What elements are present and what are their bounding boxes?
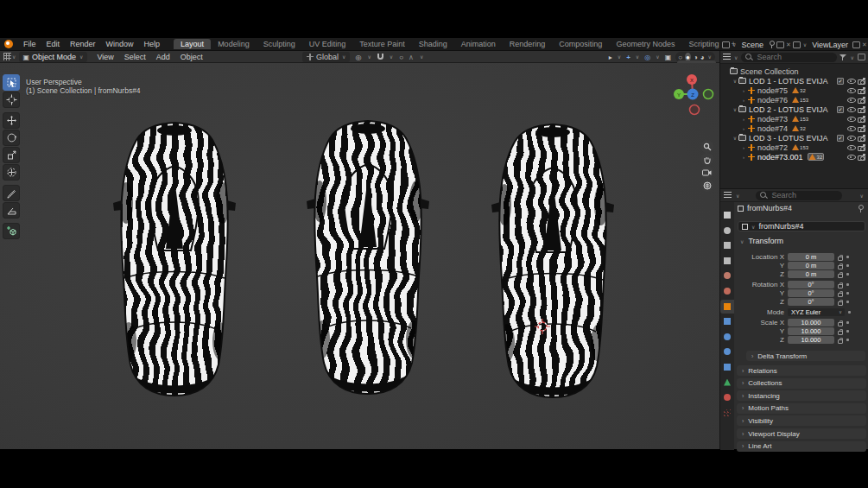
menu-edit[interactable]: Edit: [41, 40, 66, 48]
transform-value-field[interactable]: 0 m: [788, 270, 834, 278]
outliner-expand-icon[interactable]: ›: [740, 145, 747, 150]
show-gizmo-icon[interactable]: [626, 53, 630, 61]
overlays-chevron-icon[interactable]: ∨: [656, 54, 659, 60]
animate-property-dot[interactable]: [846, 330, 849, 333]
transform-value-field[interactable]: 0°: [788, 281, 834, 288]
new-viewlayer-button[interactable]: [852, 41, 860, 48]
material-preview-icon[interactable]: [694, 53, 698, 61]
hide-in-viewport-icon[interactable]: [846, 115, 855, 124]
animate-property-dot[interactable]: [846, 321, 849, 324]
outliner-expand-icon[interactable]: ›: [740, 155, 747, 160]
outliner-row[interactable]: ›node#7532: [720, 86, 868, 95]
constraints-tab[interactable]: [720, 360, 734, 374]
output-tab[interactable]: [720, 238, 734, 252]
outliner-row[interactable]: ›node#73.00132: [720, 152, 868, 162]
rotate-tool[interactable]: [3, 130, 20, 146]
rendered-shading-icon[interactable]: [700, 53, 705, 61]
animate-property-dot[interactable]: [846, 339, 849, 341]
outliner-row[interactable]: ∨LOD 3 - LOTUS EVIJA: [720, 133, 868, 143]
modifiers-tab[interactable]: [720, 314, 734, 328]
lock-icon[interactable]: [838, 293, 843, 297]
tool-tab[interactable]: [720, 208, 734, 222]
transform-value-field[interactable]: 0 m: [788, 262, 834, 269]
object-tab[interactable]: [720, 300, 734, 314]
viewlayer-chevron-icon[interactable]: ∨: [803, 41, 807, 48]
hide-in-viewport-icon[interactable]: [846, 143, 855, 152]
orientation-dropdown[interactable]: Global ∨: [302, 52, 350, 62]
properties-editor-type-icon[interactable]: [724, 192, 732, 200]
properties-search-input[interactable]: Search: [756, 191, 842, 200]
disable-in-render-icon[interactable]: [858, 136, 865, 142]
disable-in-render-icon[interactable]: [858, 79, 865, 85]
hide-in-viewport-icon[interactable]: [846, 86, 855, 95]
outliner-row[interactable]: ›node#7432: [720, 124, 868, 133]
move-tool[interactable]: [3, 112, 20, 129]
hide-in-viewport-icon[interactable]: [846, 153, 855, 162]
disable-in-render-icon[interactable]: [858, 155, 865, 161]
camera-view-button[interactable]: [700, 166, 713, 179]
hide-in-viewport-icon[interactable]: [846, 105, 855, 114]
pin-id-icon[interactable]: [857, 205, 864, 212]
blender-logo-icon[interactable]: [4, 40, 13, 48]
car-object-3[interactable]: [462, 101, 643, 421]
exclude-checkbox[interactable]: [837, 78, 844, 85]
scale-tool[interactable]: [3, 147, 20, 163]
transform-value-field[interactable]: 0°: [788, 289, 834, 297]
perspective-toggle-button[interactable]: [700, 179, 713, 192]
transform-value-field[interactable]: 10.000: [788, 336, 834, 344]
panel-delta-transform[interactable]: ›Delta Transform: [746, 351, 865, 361]
workspace-tab-geometry-nodes[interactable]: Geometry Nodes: [609, 39, 681, 49]
outliner-filter-icon[interactable]: [839, 54, 847, 61]
wireframe-shading-icon[interactable]: [678, 53, 682, 61]
workspace-tab-shading[interactable]: Shading: [412, 39, 454, 49]
shading-chevron-icon[interactable]: ∨: [708, 54, 712, 60]
toggle-xray-icon[interactable]: [665, 53, 672, 61]
car-object-1[interactable]: [84, 99, 265, 419]
outliner-search-input[interactable]: Search: [741, 53, 836, 62]
new-collection-icon[interactable]: [858, 54, 865, 60]
scene-tab[interactable]: [720, 269, 734, 282]
outliner-expand-icon[interactable]: ›: [740, 117, 747, 122]
object-data-tab[interactable]: [720, 376, 734, 390]
panel-relations[interactable]: ›Relations: [737, 365, 866, 376]
panel-motion-paths[interactable]: ›Motion Paths: [737, 403, 866, 414]
outliner-expand-icon[interactable]: ∨: [732, 135, 738, 141]
disable-in-render-icon[interactable]: [858, 127, 865, 132]
hide-in-viewport-icon[interactable]: [846, 96, 855, 105]
transform-tool[interactable]: [3, 164, 20, 181]
panel-line-art[interactable]: ›Line Art: [737, 441, 866, 452]
animate-property-dot[interactable]: [846, 264, 849, 267]
gizmo-chevron-icon[interactable]: ∨: [636, 54, 639, 60]
lock-icon[interactable]: [838, 331, 843, 335]
viewport-menu-select[interactable]: Select: [119, 53, 151, 61]
lock-icon[interactable]: [838, 257, 843, 261]
filter-chevron-icon[interactable]: ∨: [851, 54, 854, 60]
texture-tab[interactable]: [720, 406, 734, 420]
animate-property-dot[interactable]: [846, 292, 849, 295]
animate-property-dot[interactable]: [846, 301, 849, 303]
scene-browse-chevron-icon[interactable]: ∨: [732, 41, 736, 48]
select-box-tool[interactable]: [3, 74, 20, 91]
exclude-checkbox[interactable]: [837, 106, 844, 113]
menu-help[interactable]: Help: [139, 40, 166, 48]
show-overlays-icon[interactable]: [644, 53, 650, 61]
object-type-visibility-icon[interactable]: [609, 53, 612, 61]
mode-dropdown[interactable]: Object Mode ∨: [19, 52, 87, 62]
scene-icon[interactable]: [722, 41, 730, 48]
viewport-3d[interactable]: X Y Z User Perspective (1) Scene Collect…: [0, 63, 719, 449]
hide-in-viewport-icon[interactable]: [846, 124, 855, 133]
view-layer-tab[interactable]: [720, 254, 734, 268]
add-cube-tool[interactable]: [3, 223, 20, 239]
lock-icon[interactable]: [838, 265, 843, 269]
measure-tool[interactable]: [3, 202, 20, 219]
transform-value-field[interactable]: 10.000: [788, 327, 834, 335]
render-tab[interactable]: [720, 224, 734, 238]
outliner-display-mode-icon[interactable]: [723, 54, 731, 61]
editor-type-icon[interactable]: [3, 53, 11, 60]
outliner-expand-icon[interactable]: ∨: [732, 106, 738, 112]
transform-value-field[interactable]: 0°: [788, 298, 834, 306]
exclude-checkbox[interactable]: [837, 135, 844, 142]
transform-value-field[interactable]: 10.000: [788, 319, 834, 326]
disable-in-render-icon[interactable]: [858, 89, 865, 94]
outliner-row[interactable]: Scene Collection: [720, 67, 868, 76]
